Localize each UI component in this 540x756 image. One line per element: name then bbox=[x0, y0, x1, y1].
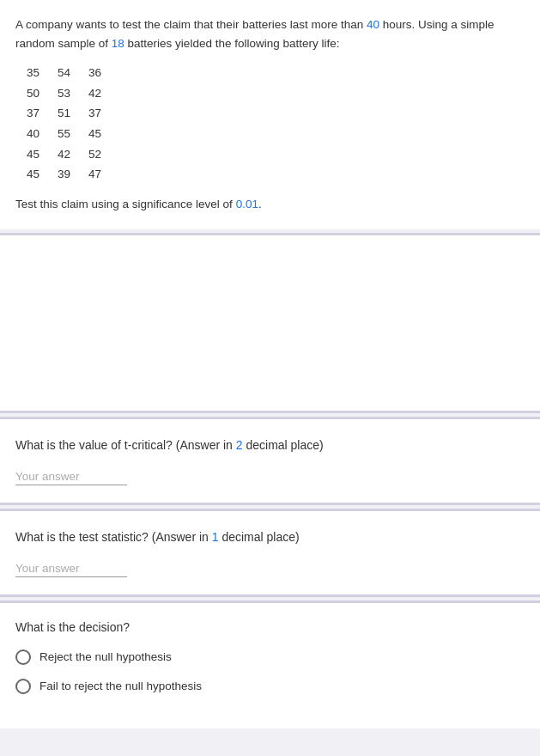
page-container: A company wants to test the claim that t… bbox=[0, 0, 540, 729]
question1-text: What is the value of t-critical? (Answer… bbox=[15, 436, 525, 454]
data-row-1: 35 54 36 bbox=[15, 63, 525, 83]
data-row-2: 50 53 42 bbox=[15, 83, 525, 104]
cell-1-3: 36 bbox=[77, 63, 101, 83]
data-row-4: 40 55 45 bbox=[15, 124, 525, 144]
radio-circle-reject bbox=[15, 649, 31, 665]
q2-highlight: 1 bbox=[212, 530, 219, 544]
question1-section: What is the value of t-critical? (Answer… bbox=[0, 417, 540, 505]
q2-prefix: What is the test statistic? (Answer in bbox=[15, 530, 212, 544]
cell-5-1: 45 bbox=[15, 144, 39, 165]
cell-4-3: 45 bbox=[77, 124, 101, 144]
data-row-6: 45 39 47 bbox=[15, 164, 525, 185]
sig-prefix: Test this claim using a significance lev… bbox=[15, 198, 236, 210]
sig-suffix: . bbox=[258, 198, 262, 210]
question3-text: What is the decision? bbox=[15, 620, 525, 634]
data-row-3: 37 51 37 bbox=[15, 103, 525, 124]
cell-2-1: 50 bbox=[15, 83, 39, 104]
q2-answer-input[interactable] bbox=[15, 560, 127, 577]
cell-4-1: 40 bbox=[15, 124, 39, 144]
sig-value: 0.01 bbox=[236, 198, 258, 210]
cell-4-2: 55 bbox=[46, 124, 70, 144]
cell-2-2: 53 bbox=[46, 83, 70, 104]
significance-text: Test this claim using a significance lev… bbox=[15, 195, 525, 214]
data-grid: 35 54 36 50 53 42 37 51 37 40 55 45 45 4 bbox=[15, 63, 525, 185]
work-area-section bbox=[0, 233, 540, 413]
q1-suffix: decimal place) bbox=[243, 438, 324, 452]
question3-section: What is the decision? Reject the null hy… bbox=[0, 601, 540, 729]
intro3-text: batteries yielded the following battery … bbox=[124, 37, 340, 50]
cell-3-2: 51 bbox=[46, 103, 70, 124]
highlight-18: 18 bbox=[112, 37, 124, 50]
radio-circle-fail bbox=[15, 679, 31, 694]
cell-3-1: 37 bbox=[15, 103, 39, 124]
problem-section: A company wants to test the claim that t… bbox=[0, 0, 540, 229]
cell-6-1: 45 bbox=[15, 164, 39, 185]
question2-text: What is the test statistic? (Answer in 1… bbox=[15, 528, 525, 546]
cell-5-3: 52 bbox=[77, 144, 101, 165]
highlight-40: 40 bbox=[367, 18, 379, 31]
cell-6-2: 39 bbox=[46, 164, 70, 185]
cell-6-3: 47 bbox=[77, 164, 101, 185]
cell-3-3: 37 bbox=[77, 103, 101, 124]
problem-text: A company wants to test the claim that t… bbox=[15, 15, 525, 52]
q1-highlight: 2 bbox=[236, 438, 243, 452]
cell-1-2: 54 bbox=[46, 63, 70, 83]
intro-text: A company wants to test the claim that t… bbox=[15, 18, 367, 31]
radio-option-fail[interactable]: Fail to reject the null hypothesis bbox=[15, 679, 525, 694]
cell-1-1: 35 bbox=[15, 63, 39, 83]
q1-prefix: What is the value of t-critical? (Answer… bbox=[15, 438, 236, 452]
radio-option-reject[interactable]: Reject the null hypothesis bbox=[15, 649, 525, 665]
data-row-5: 45 42 52 bbox=[15, 144, 525, 165]
radio-label-reject: Reject the null hypothesis bbox=[39, 650, 172, 663]
q1-answer-input[interactable] bbox=[15, 468, 127, 485]
cell-5-2: 42 bbox=[46, 144, 70, 165]
q2-suffix: decimal place) bbox=[219, 530, 300, 544]
cell-2-3: 42 bbox=[77, 83, 101, 104]
radio-label-fail: Fail to reject the null hypothesis bbox=[39, 680, 202, 692]
question2-section: What is the test statistic? (Answer in 1… bbox=[0, 509, 540, 597]
